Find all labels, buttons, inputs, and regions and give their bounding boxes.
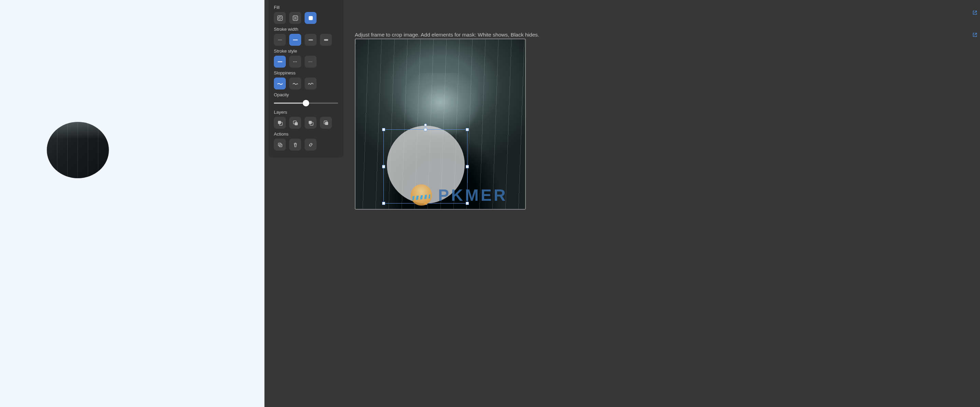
sloppiness-artist-button[interactable] (289, 78, 301, 89)
send-backward-button[interactable] (289, 117, 301, 129)
resize-handle-mt[interactable] (424, 128, 427, 131)
svg-rect-17 (325, 122, 328, 125)
watermark: PKMER (411, 184, 508, 205)
sloppiness-architect-button[interactable] (274, 78, 286, 89)
open-external-icon[interactable] (972, 10, 977, 16)
svg-rect-2 (309, 16, 313, 20)
watermark-logo-icon (411, 184, 432, 205)
sloppiness-label: Sloppiness (274, 70, 338, 75)
preview-masked-image (47, 122, 109, 178)
stroke-width-thin-button[interactable] (274, 34, 286, 46)
resize-handle-tr[interactable] (466, 128, 469, 131)
stroke-width-extra-button[interactable] (320, 34, 332, 46)
stroke-width-medium-button[interactable] (289, 34, 301, 46)
stroke-style-dashed-button[interactable] (289, 56, 301, 68)
svg-rect-0 (278, 16, 282, 21)
layers-label: Layers (274, 110, 338, 115)
bring-forward-button[interactable] (305, 117, 317, 129)
stroke-width-label: Stroke width (274, 27, 338, 32)
resize-handle-mr[interactable] (466, 165, 469, 168)
editor-pane: Fill Stroke width (265, 0, 980, 407)
svg-rect-15 (309, 121, 312, 124)
preview-pane (0, 0, 265, 407)
delete-button[interactable] (289, 138, 301, 151)
crop-hint-text: Adjust frame to crop image. Add elements… (355, 32, 539, 38)
opacity-label: Opacity (274, 92, 338, 97)
resize-handle-tl[interactable] (382, 128, 385, 131)
stroke-style-label: Stroke style (274, 48, 338, 54)
stroke-style-dotted-button[interactable] (305, 56, 317, 68)
properties-panel: Fill Stroke width (268, 0, 344, 157)
svg-rect-13 (295, 122, 298, 125)
duplicate-button[interactable] (274, 138, 286, 151)
fill-hachure-button[interactable] (274, 12, 286, 24)
bring-to-front-button[interactable] (320, 117, 332, 129)
svg-rect-1 (293, 16, 298, 21)
opacity-slider[interactable] (274, 99, 338, 107)
watermark-text: PKMER (438, 186, 508, 205)
open-external-icon[interactable] (972, 32, 977, 38)
fill-solid-button[interactable] (305, 12, 317, 24)
fill-crosshatch-button[interactable] (289, 12, 301, 24)
resize-handle-bl[interactable] (382, 202, 385, 205)
external-links (972, 10, 977, 38)
send-to-back-button[interactable] (274, 117, 286, 129)
stroke-width-thick-button[interactable] (305, 34, 317, 46)
link-button[interactable] (305, 138, 317, 151)
fill-label: Fill (274, 5, 338, 10)
resize-handle-ml[interactable] (382, 165, 385, 168)
actions-label: Actions (274, 132, 338, 137)
stroke-style-solid-button[interactable] (274, 56, 286, 68)
rotate-handle[interactable] (424, 124, 427, 126)
sloppiness-cartoonist-button[interactable] (305, 78, 317, 89)
